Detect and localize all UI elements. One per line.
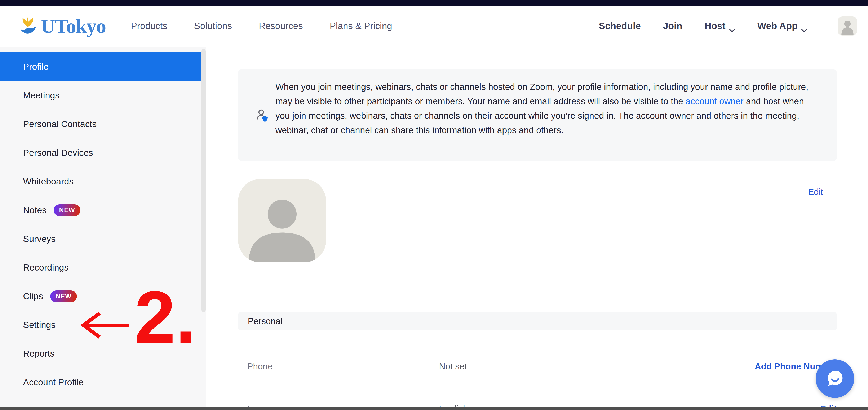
sidebar-item-profile[interactable]: Profile <box>0 52 206 81</box>
nav-webapp-dropdown[interactable]: Web App <box>757 21 807 31</box>
nav-plans-pricing[interactable]: Plans & Pricing <box>330 21 392 31</box>
navbar-user-avatar[interactable] <box>838 16 857 36</box>
nav-right-menu: Schedule Join Host Web App <box>599 16 857 36</box>
profile-edit-link[interactable]: Edit <box>808 187 823 197</box>
new-badge: NEW <box>50 290 77 302</box>
sidebar-item-whiteboards[interactable]: Whiteboards <box>0 167 206 196</box>
sidebar-item-meetings[interactable]: Meetings <box>0 81 206 110</box>
person-icon <box>838 16 857 36</box>
chevron-down-icon <box>801 24 807 28</box>
nav-left-menu: Products Solutions Resources Plans & Pri… <box>131 21 392 31</box>
chat-bubble-icon <box>825 368 845 389</box>
profile-privacy-notice: When you join meetings, webinars, chats … <box>238 69 837 161</box>
nav-resources[interactable]: Resources <box>259 21 303 31</box>
sidebar-item-notes[interactable]: Notes NEW <box>0 196 206 224</box>
profile-avatar-placeholder[interactable] <box>238 179 326 262</box>
phone-label: Phone <box>247 361 273 372</box>
user-shield-icon <box>256 109 268 126</box>
sidebar-item-account-profile[interactable]: Account Profile <box>0 368 206 397</box>
annotation-arrow-icon <box>79 310 131 342</box>
person-icon <box>238 179 326 262</box>
nav-schedule[interactable]: Schedule <box>599 21 641 31</box>
annotation-step-number: 2. <box>134 280 196 354</box>
nav-solutions[interactable]: Solutions <box>194 21 232 31</box>
brand-name: UTokyo <box>41 14 106 38</box>
account-owner-link[interactable]: account owner <box>686 96 743 106</box>
window-bottom-strip <box>0 407 868 410</box>
utokyo-brand-logo[interactable]: UTokyo <box>18 14 106 38</box>
sidebar-item-surveys[interactable]: Surveys <box>0 224 206 253</box>
phone-row: Phone Not set Add Phone Number <box>238 361 837 372</box>
personal-section-header: Personal <box>238 312 837 330</box>
window-top-strip <box>0 0 868 6</box>
sidebar-scrollbar-thumb[interactable] <box>202 49 206 312</box>
nav-host-dropdown[interactable]: Host <box>705 21 735 31</box>
support-chat-button[interactable] <box>816 359 854 398</box>
zoom-profile-page: UTokyo Products Solutions Resources Plan… <box>0 0 868 410</box>
sidebar-item-personal-devices[interactable]: Personal Devices <box>0 138 206 167</box>
phone-value: Not set <box>439 361 467 372</box>
nav-products[interactable]: Products <box>131 21 167 31</box>
nav-join[interactable]: Join <box>663 21 682 31</box>
new-badge: NEW <box>54 204 80 216</box>
main-content: When you join meetings, webinars, chats … <box>206 47 868 410</box>
top-navbar: UTokyo Products Solutions Resources Plan… <box>0 6 868 46</box>
sidebar-item-personal-contacts[interactable]: Personal Contacts <box>0 110 206 138</box>
utokyo-logo-icon <box>18 15 38 36</box>
chevron-down-icon <box>729 24 735 28</box>
